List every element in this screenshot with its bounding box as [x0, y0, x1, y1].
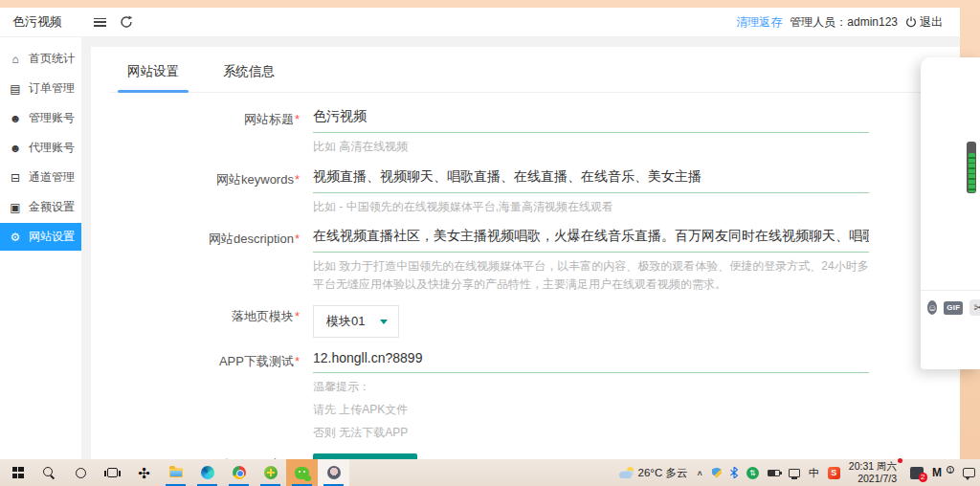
taskbar-app-green-plus-app[interactable] [255, 459, 286, 486]
form-row-site-keywords: 网站keywords*视频直播、视频聊天、唱歌直播、在线直播、在线音乐、美女主播… [110, 168, 960, 216]
app-download-test-input[interactable]: 12.hongll.cn?8899 [313, 350, 869, 373]
site-description-input[interactable]: 在线视频直播社区，美女主播视频唱歌，火爆在线音乐直播。百万网友同时在线视频聊天、… [313, 228, 869, 253]
form-row-site-description: 网站description*在线视频直播社区，美女主播视频唱歌，火爆在线音乐直播… [110, 228, 960, 293]
user-gear-icon: ☻ [9, 112, 22, 125]
required-mark: * [295, 232, 300, 246]
gear-icon: ⚙ [9, 231, 22, 244]
chrome-icon [233, 466, 246, 479]
app-badge-tray-icon[interactable]: 2 [910, 467, 924, 479]
im-tray-icon[interactable]: M1 [932, 466, 954, 479]
channel-icon: ⊟ [9, 171, 22, 185]
logout-button[interactable]: 退出 [905, 14, 943, 31]
hamburger-icon [94, 18, 106, 27]
sidebar-item-home-stats[interactable]: ⌂首页统计 [0, 45, 81, 73]
chat-side-panel: ☺ GIF ✂ [921, 57, 980, 369]
weather-widget[interactable]: 26°C 多云 [619, 466, 688, 480]
cortana-icon [76, 468, 86, 478]
power-icon [905, 16, 917, 28]
orders-icon: ▤ [9, 82, 22, 96]
form-row-site-title: 网站标题*色污视频比如 高清在线视频 [110, 108, 960, 156]
sidebar-item-site-settings[interactable]: ⚙网站设置 [0, 223, 81, 251]
task-view-icon [107, 468, 118, 477]
tab-site-settings[interactable]: 网站设置 [125, 59, 181, 92]
user-icon: ☻ [9, 142, 22, 155]
weather-icon [619, 467, 635, 478]
security-shield-icon[interactable] [712, 468, 722, 478]
field-control: 模块01 [313, 305, 960, 338]
sogou-tray-icon[interactable]: S [828, 467, 840, 479]
app-body: ⌂首页统计▤订单管理☻管理账号☻代理账号⊟通道管理▣金额设置⚙网站设置 网站设置… [0, 37, 960, 459]
taskbar-app-wechat[interactable] [286, 459, 318, 486]
bluetooth-glyph [730, 467, 738, 478]
taskbar-app-edge[interactable] [191, 459, 223, 486]
bluetooth-icon[interactable] [730, 467, 738, 478]
field-label: 网站标题* [110, 108, 313, 156]
sidebar-item-amount-settings[interactable]: ▣金额设置 [0, 193, 81, 221]
scissors-icon[interactable]: ✂ [969, 299, 980, 316]
taskbar-app-avatar-app[interactable] [318, 459, 349, 486]
field-control: 12.hongll.cn?8899温馨提示：请先 上传APK文件否则 无法下载A… [313, 350, 960, 441]
sidebar-item-label: 订单管理 [29, 80, 75, 97]
form-row-landing-module: 落地页模块*模块01 [110, 305, 960, 338]
logout-label: 退出 [920, 14, 943, 31]
sidebar-item-label: 网站设置 [29, 229, 75, 245]
taskbar-app-pinwheel-app[interactable]: ✣ [128, 459, 160, 486]
gif-icon[interactable]: GIF [944, 301, 963, 315]
required-mark: * [295, 354, 300, 368]
sidebar-item-label: 管理账号 [29, 110, 75, 126]
badge-app-glyph: 2 [910, 467, 924, 479]
chevron-down-icon [380, 320, 388, 324]
clock-notification-dot [898, 458, 902, 463]
site-keywords-input[interactable]: 视频直播、视频聊天、唱歌直播、在线直播、在线音乐、美女主播 [313, 168, 869, 193]
search-icon [43, 467, 56, 479]
taskbar-app-chrome[interactable] [223, 459, 255, 486]
sidebar-item-agent-accounts[interactable]: ☻代理账号 [0, 134, 81, 162]
chat-toolbar: ☺ GIF ✂ [921, 290, 980, 316]
taskbar-app-search[interactable] [33, 459, 65, 486]
field-label: 落地页模块* [110, 305, 313, 338]
field-hint: 比如 致力于打造中国领先的在线视频媒体平台，以丰富的内容、极致的观看体验、便捷的… [313, 257, 869, 293]
header-right: 清理返存 管理人员：admin123 退出 [736, 14, 960, 31]
field-label: APP下载测试* [110, 350, 313, 441]
battery-tray-icon[interactable] [768, 470, 780, 476]
landing-module-select[interactable]: 模块01 [313, 305, 399, 338]
site-title-input[interactable]: 色污视频 [313, 108, 869, 133]
clear-cache-link[interactable]: 清理返存 [736, 14, 782, 31]
field-label: 网站description* [110, 228, 313, 293]
sidebar-item-admin-accounts[interactable]: ☻管理账号 [0, 104, 81, 132]
field-hint: 请先 上传APK文件 [313, 401, 869, 419]
home-icon: ⌂ [9, 53, 22, 66]
taskbar-app-start[interactable] [2, 459, 33, 486]
tab-system-info[interactable]: 系统信息 [221, 59, 277, 92]
taskbar-app-cortana[interactable] [65, 459, 97, 486]
required-mark: * [295, 112, 300, 126]
field-hint: 比如 - 中国领先的在线视频媒体平台,海量高清视频在线观看 [313, 198, 869, 216]
windows-logo-icon [12, 467, 24, 478]
avatar-app-icon [327, 466, 341, 479]
edge-icon [201, 466, 214, 479]
field-label: 网站keywords* [110, 168, 313, 216]
action-center-icon[interactable] [963, 468, 975, 477]
pinwheel-app-icon: ✣ [138, 466, 150, 480]
field-hint: 否则 无法下载APP [313, 424, 869, 442]
sync-tray-icon[interactable]: ⇅ [746, 467, 759, 479]
taskbar-app-task-view[interactable] [97, 459, 128, 486]
taskbar-app-file-explorer[interactable] [160, 459, 191, 486]
money-icon: ▣ [9, 201, 22, 214]
sidebar-item-order-mgmt[interactable]: ▤订单管理 [0, 75, 81, 102]
wechat-icon [295, 467, 309, 479]
sidebar-collapse-icon[interactable] [91, 13, 108, 31]
field-hint: 温馨提示： [313, 378, 869, 396]
display-tray-icon[interactable] [789, 469, 800, 477]
taskbar-clock[interactable]: 20:31 周六 2021/7/3 [849, 460, 902, 485]
desktop-wallpaper: 色污视频 清理返存 管理人员：admin123 退出 [0, 0, 980, 486]
sidebar-item-channel-mgmt[interactable]: ⊟通道管理 [0, 164, 81, 191]
tab-bar: 网站设置系统信息 [110, 47, 960, 93]
hidden-icons-chevron[interactable]: ∧ [696, 469, 702, 477]
refresh-icon[interactable] [118, 13, 135, 31]
ime-indicator[interactable]: 中 [809, 466, 819, 480]
field-control: 视频直播、视频聊天、唱歌直播、在线直播、在线音乐、美女主播比如 - 中国领先的在… [313, 168, 960, 216]
battery-indicator [967, 142, 976, 193]
emoji-icon[interactable]: ☺ [927, 300, 937, 315]
sidebar-item-label: 首页统计 [29, 51, 75, 67]
